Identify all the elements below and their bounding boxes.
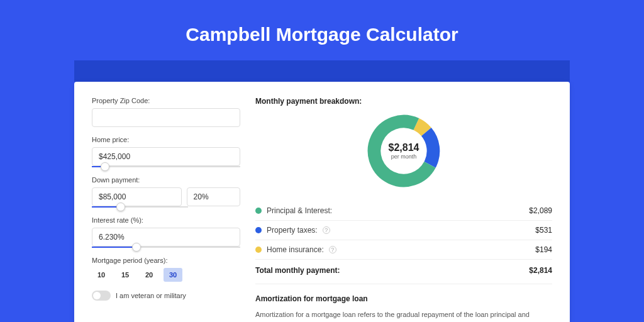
down-payment-label: Down payment: bbox=[92, 176, 240, 184]
donut-chart-wrap: $2,814 per month bbox=[255, 112, 552, 190]
rate-slider[interactable] bbox=[92, 247, 240, 248]
home-price-label: Home price: bbox=[92, 136, 240, 143]
legend-left: Principal & Interest: bbox=[255, 206, 332, 215]
header-band bbox=[74, 60, 570, 82]
home-price-slider[interactable] bbox=[92, 166, 240, 167]
legend-value: $531 bbox=[535, 226, 552, 235]
legend-label: Home insurance: bbox=[267, 245, 324, 254]
legend-row: Home insurance:?$194 bbox=[255, 240, 552, 259]
total-value: $2,814 bbox=[529, 266, 552, 275]
down-payment-slider[interactable] bbox=[92, 206, 188, 208]
legend-value: $2,089 bbox=[529, 206, 552, 215]
home-price-slider-thumb[interactable] bbox=[101, 162, 109, 171]
legend-left: Property taxes:? bbox=[255, 226, 330, 235]
legend-dot bbox=[255, 227, 262, 233]
veteran-toggle[interactable] bbox=[92, 291, 111, 301]
donut-sub: per month bbox=[389, 153, 419, 160]
inputs-column: Property Zip Code: Home price: Down paym… bbox=[92, 97, 240, 322]
legend: Principal & Interest:$2,089Property taxe… bbox=[255, 201, 552, 259]
rate-slider-thumb[interactable] bbox=[132, 243, 141, 252]
period-field-group: Mortgage period (years): 10152030 bbox=[92, 257, 240, 282]
donut-chart: $2,814 per month bbox=[365, 112, 443, 190]
legend-label: Property taxes: bbox=[267, 226, 318, 235]
period-label: Mortgage period (years): bbox=[92, 257, 240, 264]
period-option-10[interactable]: 10 bbox=[92, 268, 111, 282]
breakdown-title: Monthly payment breakdown: bbox=[255, 97, 552, 106]
amortization-block: Amortization for mortgage loan Amortizat… bbox=[255, 284, 552, 322]
breakdown-column: Monthly payment breakdown: $2,814 per mo… bbox=[255, 97, 552, 322]
donut-center: $2,814 per month bbox=[389, 142, 419, 160]
total-row: Total monthly payment: $2,814 bbox=[255, 259, 552, 284]
period-option-30[interactable]: 30 bbox=[164, 268, 182, 282]
down-payment-field-group: Down payment: bbox=[92, 176, 240, 208]
info-icon[interactable]: ? bbox=[329, 246, 336, 253]
home-price-input[interactable] bbox=[92, 147, 240, 166]
down-payment-slider-thumb[interactable] bbox=[116, 203, 125, 211]
rate-label: Interest rate (%): bbox=[92, 216, 240, 224]
total-label: Total monthly payment: bbox=[255, 266, 340, 275]
amortization-text: Amortization for a mortgage loan refers … bbox=[255, 309, 552, 322]
info-icon[interactable]: ? bbox=[323, 226, 330, 234]
legend-dot bbox=[255, 208, 262, 214]
donut-amount: $2,814 bbox=[389, 142, 419, 153]
legend-row: Principal & Interest:$2,089 bbox=[255, 201, 552, 220]
down-payment-input[interactable] bbox=[92, 187, 182, 206]
down-payment-pct-input[interactable] bbox=[187, 187, 240, 206]
legend-label: Principal & Interest: bbox=[267, 206, 332, 215]
rate-slider-fill bbox=[92, 247, 136, 248]
page-title: Campbell Mortgage Calculator bbox=[0, 0, 644, 60]
home-price-field-group: Home price: bbox=[92, 136, 240, 167]
zip-field-group: Property Zip Code: bbox=[92, 97, 240, 127]
legend-left: Home insurance:? bbox=[255, 245, 336, 254]
legend-dot bbox=[255, 247, 262, 253]
period-options: 10152030 bbox=[92, 268, 240, 282]
calculator-card: Property Zip Code: Home price: Down paym… bbox=[74, 82, 570, 322]
rate-field-group: Interest rate (%): bbox=[92, 216, 240, 248]
legend-value: $194 bbox=[535, 245, 552, 254]
veteran-label: I am veteran or military bbox=[116, 292, 186, 299]
zip-label: Property Zip Code: bbox=[92, 97, 240, 104]
legend-row: Property taxes:?$531 bbox=[255, 220, 552, 240]
veteran-toggle-knob bbox=[93, 292, 101, 299]
period-option-15[interactable]: 15 bbox=[116, 268, 135, 282]
veteran-row: I am veteran or military bbox=[92, 291, 240, 301]
rate-input[interactable] bbox=[92, 228, 240, 247]
period-option-20[interactable]: 20 bbox=[140, 268, 158, 282]
amortization-title: Amortization for mortgage loan bbox=[255, 294, 552, 303]
zip-input[interactable] bbox=[92, 108, 240, 127]
